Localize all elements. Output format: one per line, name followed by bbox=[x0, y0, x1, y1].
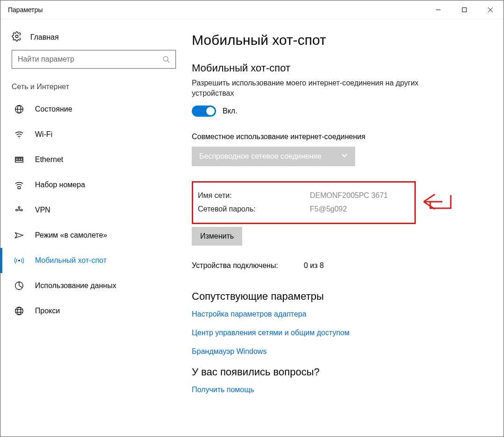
help-section: У вас появились вопросы? Получить помощь bbox=[192, 366, 485, 394]
settings-window: Параметры Главная bbox=[0, 0, 504, 437]
close-icon bbox=[488, 7, 493, 13]
nav-item-label: Мобильный хот-спот bbox=[35, 256, 106, 265]
network-name-label: Имя сети: bbox=[198, 189, 310, 203]
section-mobile-hotspot: Мобильный хот-спот bbox=[192, 62, 485, 74]
svg-line-6 bbox=[168, 61, 169, 63]
svg-point-19 bbox=[18, 207, 20, 209]
related-heading: Сопутствующие параметры bbox=[192, 290, 485, 303]
help-heading: У вас появились вопросы? bbox=[192, 366, 485, 378]
nav-list: СостояниеWi-FiEthernetНабор номераVPNРеж… bbox=[0, 97, 178, 324]
devices-value: 0 из 8 bbox=[304, 261, 324, 270]
maximize-button[interactable] bbox=[451, 0, 477, 19]
nav-item-label: Использование данных bbox=[35, 282, 116, 290]
devices-label: Устройства подключены: bbox=[192, 261, 304, 270]
gear-icon bbox=[12, 31, 22, 43]
nav-item-2[interactable]: Ethernet bbox=[0, 147, 178, 172]
network-info-box: Имя сети: DEMONF2005PC 3671 Сетевой паро… bbox=[192, 181, 416, 224]
home-row[interactable]: Главная bbox=[0, 28, 178, 50]
nav-item-5[interactable]: Режим «в самолете» bbox=[0, 223, 178, 248]
close-button[interactable] bbox=[477, 0, 504, 19]
svg-rect-15 bbox=[18, 187, 21, 189]
callout-arrow-icon bbox=[422, 191, 452, 214]
vpn-icon bbox=[14, 204, 25, 216]
sidebar: Главная Сеть и Интернет СостояниеWi-FiEt… bbox=[0, 19, 178, 437]
link-get-help[interactable]: Получить помощь bbox=[192, 386, 485, 394]
nav-item-8[interactable]: Прокси bbox=[0, 298, 178, 324]
svg-rect-12 bbox=[16, 158, 18, 161]
window-body: Главная Сеть и Интернет СостояниеWi-FiEt… bbox=[0, 19, 504, 437]
title-bar: Параметры bbox=[0, 0, 504, 19]
nav-item-7[interactable]: Использование данных bbox=[0, 273, 178, 298]
svg-rect-1 bbox=[462, 7, 467, 12]
chevron-down-icon bbox=[341, 152, 348, 161]
share-connection-dropdown[interactable]: Беспроводное сетевое соединение bbox=[192, 147, 355, 166]
hotspot-toggle[interactable] bbox=[192, 106, 216, 117]
home-label: Главная bbox=[30, 33, 59, 42]
link-adapter-options[interactable]: Настройка параметров адаптера bbox=[192, 310, 485, 318]
hotspot-description: Разрешить использование моего интернет-с… bbox=[192, 78, 434, 98]
change-button[interactable]: Изменить bbox=[192, 227, 242, 246]
page-title: Мобильный хот-спот bbox=[192, 32, 485, 48]
svg-rect-14 bbox=[21, 158, 22, 161]
minimize-button[interactable] bbox=[425, 0, 451, 19]
nav-item-4[interactable]: VPN bbox=[0, 197, 178, 223]
globe-dots-icon bbox=[14, 104, 25, 115]
svg-point-21 bbox=[18, 260, 20, 261]
maximize-icon bbox=[462, 7, 467, 13]
nav-item-label: VPN bbox=[35, 206, 50, 214]
search-icon bbox=[162, 56, 170, 63]
main-content: Мобильный хот-спот Мобильный хот-спот Ра… bbox=[178, 19, 504, 437]
minimize-icon bbox=[435, 7, 441, 13]
proxy-icon bbox=[14, 305, 25, 317]
devices-connected-row: Устройства подключены: 0 из 8 bbox=[192, 261, 485, 270]
nav-item-1[interactable]: Wi-Fi bbox=[0, 122, 178, 147]
network-password-row: Сетевой пароль: F5@5g092 bbox=[198, 203, 407, 216]
nav-item-3[interactable]: Набор номера bbox=[0, 172, 178, 197]
svg-point-24 bbox=[17, 307, 21, 315]
nav-item-label: Прокси bbox=[35, 307, 60, 315]
airplane-icon bbox=[14, 230, 25, 241]
data-usage-icon bbox=[14, 280, 25, 291]
wifi-icon bbox=[14, 129, 25, 140]
search-wrap bbox=[12, 50, 167, 69]
toggle-label: Вкл. bbox=[223, 107, 238, 115]
svg-point-17 bbox=[21, 209, 23, 211]
svg-point-5 bbox=[163, 56, 168, 61]
ethernet-icon bbox=[14, 154, 25, 165]
network-name-value: DEMONF2005PC 3671 bbox=[310, 189, 388, 203]
window-title: Параметры bbox=[8, 6, 43, 14]
svg-point-4 bbox=[15, 35, 18, 38]
svg-point-23 bbox=[15, 307, 23, 315]
search-input[interactable] bbox=[18, 55, 162, 63]
window-controls bbox=[425, 0, 504, 19]
network-name-row: Имя сети: DEMONF2005PC 3671 bbox=[198, 189, 407, 203]
sidebar-heading: Сеть и Интернет bbox=[0, 79, 178, 97]
toggle-thumb bbox=[206, 107, 215, 115]
hotspot-icon bbox=[14, 255, 25, 266]
share-from-label: Совместное использование интернет-соедин… bbox=[192, 133, 485, 141]
search-box[interactable] bbox=[12, 50, 176, 69]
link-windows-firewall[interactable]: Брандмауэр Windows bbox=[192, 347, 485, 356]
nav-item-label: Wi-Fi bbox=[35, 130, 52, 139]
nav-item-0[interactable]: Состояние bbox=[0, 97, 178, 122]
link-network-sharing-center[interactable]: Центр управления сетями и общим доступом bbox=[192, 329, 485, 337]
dropdown-value: Беспроводное сетевое соединение bbox=[199, 152, 341, 161]
svg-rect-13 bbox=[18, 158, 20, 161]
nav-item-label: Режим «в самолете» bbox=[35, 231, 107, 240]
nav-item-label: Набор номера bbox=[35, 181, 85, 189]
svg-point-16 bbox=[16, 209, 18, 211]
nav-item-label: Ethernet bbox=[35, 155, 63, 164]
dialup-icon bbox=[14, 179, 25, 190]
network-password-value: F5@5g092 bbox=[310, 203, 347, 216]
toggle-row: Вкл. bbox=[192, 106, 485, 117]
nav-item-6[interactable]: Мобильный хот-спот bbox=[0, 248, 178, 273]
nav-item-label: Состояние bbox=[35, 105, 72, 113]
network-password-label: Сетевой пароль: bbox=[198, 203, 310, 216]
svg-point-10 bbox=[19, 137, 20, 138]
related-section: Сопутствующие параметры Настройка параме… bbox=[192, 290, 485, 356]
